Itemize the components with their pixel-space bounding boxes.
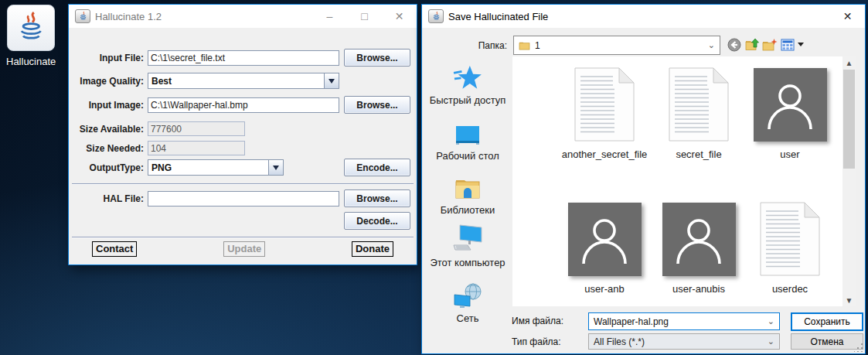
image-quality-combo[interactable]: Best (148, 73, 339, 89)
hal-file-row: HAL File: Browse... (69, 189, 417, 208)
document-icon (740, 197, 840, 276)
up-one-level-icon[interactable] (744, 37, 760, 53)
sidebar-item-label: Рабочий стол (425, 150, 510, 162)
close-icon[interactable]: ✕ (830, 5, 865, 28)
this-pc-icon (425, 225, 510, 253)
sidebar-item-this-pc[interactable]: Этот компьютер (425, 225, 510, 268)
chevron-down-icon[interactable] (798, 43, 804, 46)
close-icon[interactable]: ✕ (382, 5, 417, 28)
filename-row: Имя файла: Wallpaper-hal.png ⌄ Сохранить (422, 312, 865, 331)
filename-combo[interactable]: Wallpaper-hal.png ⌄ (588, 312, 780, 330)
document-icon (554, 63, 655, 142)
size-available-row: Size Available: (69, 120, 417, 138)
sidebar-item-desktop[interactable]: Рабочий стол (425, 118, 510, 162)
file-item[interactable]: secret_file (648, 63, 749, 160)
person-icon (766, 80, 814, 131)
input-file-browse-button[interactable]: Browse... (344, 49, 410, 67)
resize-grip[interactable] (854, 343, 863, 352)
scrollbar-thumb[interactable] (843, 70, 855, 169)
input-file-label: Input File: (69, 53, 144, 63)
input-image-field[interactable] (148, 97, 339, 113)
folder-combo-value: 1 (530, 40, 708, 51)
input-image-browse-button[interactable]: Browse... (344, 96, 410, 114)
filetype-row: Тип файла: All Files (*.*) ⌄ Отмена (422, 333, 865, 352)
chevron-down-icon[interactable] (324, 73, 339, 88)
chevron-down-icon[interactable]: ⌄ (768, 316, 774, 326)
person-icon (675, 214, 723, 265)
person-icon (580, 214, 628, 265)
file-item[interactable]: user-anb (554, 197, 655, 295)
output-type-label: OutputType: (69, 162, 144, 173)
app-footer: Contact Update Donate (69, 241, 417, 258)
document-icon (648, 63, 749, 142)
file-item[interactable]: user (740, 63, 840, 160)
java-icon (428, 9, 444, 23)
sidebar-item-label: Быстрый доступ (425, 94, 510, 106)
minimize-icon[interactable]: – (312, 5, 347, 28)
decode-button[interactable]: Decode... (344, 212, 410, 230)
dialog-title: Save Hallucinated File (448, 11, 548, 22)
file-name: user (740, 148, 840, 160)
sidebar-item-label: Библиотеки (425, 204, 510, 216)
folder-bar: Папка: 1 ⌄ (422, 36, 865, 56)
chevron-down-icon: ⌄ (708, 40, 715, 50)
chevron-down-icon[interactable]: ⌄ (768, 336, 774, 346)
new-folder-icon[interactable] (762, 37, 778, 53)
vertical-scrollbar[interactable]: ▲ ▼ (842, 56, 856, 306)
input-image-label: Input Image: (69, 100, 144, 111)
hal-file-browse-button[interactable]: Browse... (344, 189, 410, 207)
folder-label: Папка: (422, 40, 507, 51)
scroll-down-icon[interactable]: ▼ (842, 294, 856, 306)
file-name: userdec (740, 283, 840, 295)
image-quality-value: Best (148, 76, 324, 87)
output-type-value: PNG (148, 162, 268, 173)
size-available-label: Size Available: (69, 124, 144, 135)
filetype-combo[interactable]: All Files (*.*) ⌄ (588, 333, 780, 350)
decode-row: Decode... (69, 212, 417, 230)
file-name: another_secret_file (554, 148, 655, 160)
chevron-down-icon[interactable] (268, 160, 283, 175)
sidebar-item-quick-access[interactable]: Быстрый доступ (425, 63, 510, 106)
java-icon (7, 5, 55, 51)
app-titlebar[interactable]: Hallucinate 1.2 – □ ✕ (69, 5, 417, 28)
filetype-label: Тип файла: (512, 336, 561, 347)
file-item[interactable]: another_secret_file (554, 63, 655, 160)
image-quality-row: Image Quality: Best (69, 72, 417, 90)
file-item[interactable]: userdec (740, 197, 840, 295)
view-menu-icon[interactable] (780, 37, 795, 53)
back-icon[interactable] (727, 37, 742, 53)
file-list: another_secret_file (512, 56, 856, 306)
desktop-place-icon (425, 118, 510, 146)
save-button[interactable]: Сохранить (791, 312, 863, 331)
network-icon (425, 281, 510, 309)
save-dialog: Save Hallucinated File ✕ Папка: 1 ⌄ (421, 4, 866, 354)
folder-combo[interactable]: 1 ⌄ (513, 36, 720, 55)
desktop-shortcut-hallucinate[interactable]: Hallucinate (6, 5, 56, 67)
places-sidebar: Быстрый доступ Рабочий стол (425, 56, 510, 307)
contact-button[interactable]: Contact (92, 241, 137, 257)
hal-file-label: HAL File: (69, 193, 144, 204)
hal-file-field[interactable] (148, 191, 339, 207)
input-file-field[interactable] (148, 50, 339, 66)
encode-button[interactable]: Encode... (344, 159, 410, 176)
size-needed-row: Size Needed: (69, 139, 417, 158)
output-type-row: OutputType: PNG Encode... (69, 159, 417, 177)
image-quality-label: Image Quality: (69, 76, 144, 87)
cancel-button[interactable]: Отмена (791, 333, 863, 350)
output-type-combo[interactable]: PNG (148, 159, 284, 176)
file-name: user-anb (554, 283, 655, 295)
maximize-icon[interactable]: □ (347, 5, 382, 28)
file-item[interactable]: user-anubis (648, 197, 749, 295)
input-file-row: Input File: Browse... (69, 49, 417, 67)
folder-icon (519, 40, 530, 50)
donate-button[interactable]: Donate (352, 241, 393, 257)
sidebar-item-libraries[interactable]: Библиотеки (425, 172, 510, 216)
size-needed-label: Size Needed: (69, 143, 144, 154)
dialog-titlebar[interactable]: Save Hallucinated File ✕ (422, 5, 865, 28)
user-image-thumbnail (648, 197, 749, 276)
scroll-up-icon[interactable]: ▲ (842, 56, 856, 69)
filename-value: Wallpaper-hal.png (594, 316, 768, 327)
quick-access-icon (425, 63, 510, 90)
input-image-row: Input Image: Browse... (69, 96, 417, 114)
filetype-value: All Files (*.*) (594, 336, 768, 347)
